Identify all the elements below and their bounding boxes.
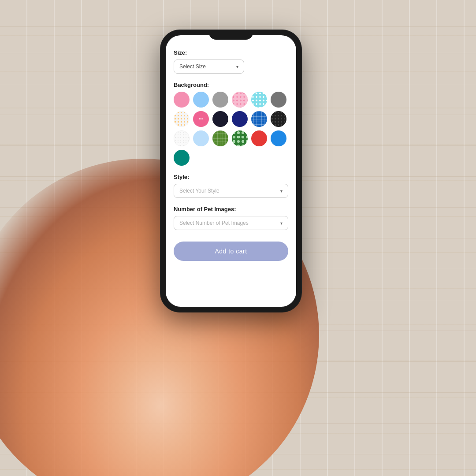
pink-text-inner: DAD [199, 118, 204, 120]
color-circle-dark-green-floral[interactable] [232, 130, 248, 146]
wood-grain [0, 26, 476, 27]
color-circle-dark-pattern[interactable] [212, 111, 228, 127]
size-chevron-icon: ▾ [236, 64, 238, 69]
color-circle-dark-gray[interactable] [271, 92, 286, 108]
size-field-group: Size: Select Size ▾ [174, 49, 288, 74]
color-circle-plaid-green[interactable] [212, 130, 228, 146]
add-to-cart-button[interactable]: Add to cart [174, 242, 288, 261]
background-label: Background: [174, 82, 288, 88]
num-images-field-group: Number of Pet Images: Select Number of P… [174, 206, 288, 230]
phone-screen: Size: Select Size ▾ Background: [166, 35, 296, 307]
color-circle-pink-text[interactable]: DAD [193, 111, 209, 127]
num-images-label: Number of Pet Images: [174, 206, 288, 212]
color-circle-red[interactable] [251, 130, 267, 146]
color-circle-teal[interactable] [174, 150, 190, 166]
color-circle-plaid-blue[interactable] [251, 111, 267, 127]
phone-notch [209, 30, 253, 40]
style-placeholder: Select Your Style [179, 188, 219, 194]
color-circle-pink[interactable] [174, 92, 190, 108]
color-circle-steel-blue[interactable] [271, 130, 286, 146]
size-dropdown[interactable]: Select Size ▾ [174, 60, 244, 74]
color-circle-gray[interactable] [212, 92, 228, 108]
style-chevron-icon: ▾ [280, 189, 283, 193]
color-circle-teal-dots[interactable] [251, 92, 267, 108]
color-circle-pink-pattern[interactable] [232, 92, 248, 108]
color-circle-light-blue-soft[interactable] [193, 130, 209, 146]
num-images-placeholder: Select Number of Pet Images [179, 220, 249, 226]
background-field-group: Background: DAD [174, 82, 288, 166]
num-images-chevron-icon: ▾ [280, 221, 283, 226]
color-grid: DAD [174, 92, 288, 166]
screen-content: Size: Select Size ▾ Background: [166, 35, 296, 307]
style-label: Style: [174, 174, 288, 180]
color-circle-white-small-dots[interactable] [174, 130, 190, 146]
phone-device: Size: Select Size ▾ Background: [160, 30, 301, 312]
color-circle-white-dots[interactable] [174, 111, 190, 127]
color-circle-dark-dots[interactable] [271, 111, 286, 127]
size-placeholder: Select Size [179, 63, 206, 70]
color-circle-navy[interactable] [232, 111, 248, 127]
style-field-group: Style: Select Your Style ▾ [174, 174, 288, 198]
color-circle-light-blue[interactable] [193, 92, 209, 108]
phone-wrapper: Size: Select Size ▾ Background: [160, 30, 301, 312]
size-label: Size: [174, 49, 288, 56]
num-images-dropdown[interactable]: Select Number of Pet Images ▾ [174, 216, 288, 230]
style-dropdown[interactable]: Select Your Style ▾ [174, 184, 288, 198]
